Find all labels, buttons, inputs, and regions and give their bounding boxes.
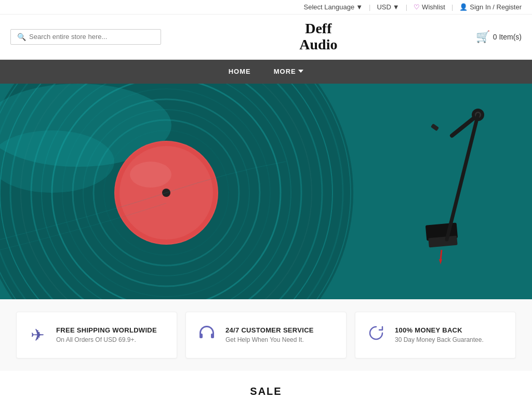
top-bar: Select Language ▼ | USD ▼ | ♡ Wishlist |…: [0, 0, 532, 15]
features-section: ✈ FREE SHIPPING WORLDWIDE On All Orders …: [0, 299, 532, 371]
nav-more-label: MORE: [274, 68, 296, 75]
logo[interactable]: Deff Audio: [299, 21, 337, 53]
refresh-icon: [366, 324, 387, 347]
cart-icon: 🛒: [476, 30, 490, 44]
feature-money-back: 100% MONEY BACK 30 Day Money Back Guaran…: [355, 312, 516, 358]
chevron-down-icon: [298, 69, 303, 74]
svg-point-21: [130, 162, 171, 188]
sale-title: SALE: [10, 385, 522, 397]
header: 🔍 Deff Audio 🛒 0 Item(s): [0, 15, 532, 60]
logo-line2: Audio: [299, 37, 337, 53]
cart-area[interactable]: 🛒 0 Item(s): [476, 30, 522, 44]
airplane-icon: ✈: [27, 325, 48, 345]
divider-1: |: [369, 3, 370, 11]
language-selector[interactable]: Select Language ▼: [304, 3, 363, 11]
nav-bar: HOME MORE: [0, 60, 532, 84]
search-box[interactable]: 🔍: [10, 29, 161, 45]
heart-icon: ♡: [414, 3, 420, 11]
language-arrow: ▼: [356, 3, 363, 11]
currency-arrow: ▼: [393, 3, 400, 11]
divider-2: |: [406, 3, 407, 11]
search-input[interactable]: [29, 33, 154, 41]
signin-label: Sign In / Register: [470, 3, 522, 11]
feature-customer-service: 24/7 CUSTOMER SERVICE Get Help When You …: [185, 312, 347, 358]
language-label: Select Language: [304, 3, 355, 11]
feature-mb-text: 100% MONEY BACK 30 Day Money Back Guaran…: [395, 326, 484, 343]
logo-line1: Deff: [299, 21, 337, 37]
feature-shipping-desc: On All Orders Of USD 69.9+.: [56, 336, 157, 343]
feature-shipping-text: FREE SHIPPING WORLDWIDE On All Orders Of…: [56, 326, 157, 343]
feature-shipping: ✈ FREE SHIPPING WORLDWIDE On All Orders …: [16, 312, 177, 358]
svg-line-29: [441, 250, 442, 260]
search-icon: 🔍: [17, 33, 26, 41]
feature-mb-desc: 30 Day Money Back Guarantee.: [395, 336, 484, 343]
headphones-icon: [196, 324, 217, 347]
wishlist-label: Wishlist: [422, 3, 445, 11]
divider-3: |: [451, 3, 453, 11]
signin-link[interactable]: 👤 Sign In / Register: [459, 3, 522, 11]
feature-cs-text: 24/7 CUSTOMER SERVICE Get Help When You …: [225, 326, 314, 343]
feature-cs-desc: Get Help When You Need It.: [225, 336, 314, 343]
currency-selector[interactable]: USD ▼: [377, 3, 399, 11]
currency-label: USD: [377, 3, 391, 11]
user-icon: 👤: [459, 3, 468, 11]
nav-more[interactable]: MORE: [262, 60, 315, 83]
feature-mb-title: 100% MONEY BACK: [395, 326, 484, 334]
wishlist-link[interactable]: ♡ Wishlist: [414, 3, 445, 11]
hero-image: [0, 84, 532, 299]
nav-home[interactable]: HOME: [217, 60, 262, 83]
sale-section: SALE: [0, 371, 532, 399]
feature-shipping-title: FREE SHIPPING WORLDWIDE: [56, 326, 157, 334]
svg-marker-0: [298, 70, 303, 73]
cart-label: 0 Item(s): [493, 33, 522, 41]
feature-cs-title: 24/7 CUSTOMER SERVICE: [225, 326, 314, 334]
